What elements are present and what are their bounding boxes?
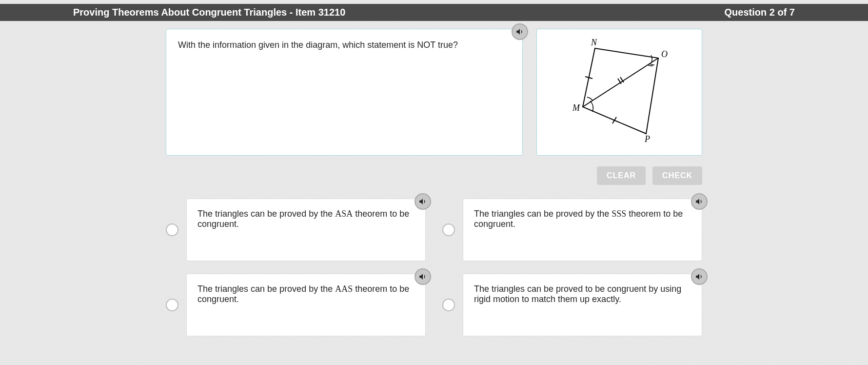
triangle-diagram: N O M P	[566, 39, 673, 146]
action-buttons: CLEAR CHECK	[166, 166, 702, 185]
vertex-M: M	[572, 103, 580, 113]
answer-card-b[interactable]: The triangles can be proved by the SSS t…	[463, 199, 702, 261]
page-title: Proving Theorems About Congruent Triangl…	[73, 7, 345, 18]
answer-card-a[interactable]: The triangles can be proved by the ASA t…	[186, 199, 426, 261]
speaker-icon	[515, 27, 524, 36]
svg-marker-0	[583, 48, 658, 134]
svg-line-3	[612, 117, 616, 123]
answer-text: The triangles can be proved by the ASA t…	[197, 209, 409, 229]
speaker-button-question[interactable]	[512, 23, 528, 40]
vertex-N: N	[591, 39, 597, 47]
answer-text: The triangles can be proved by the AAS t…	[197, 284, 409, 304]
vertex-O: O	[661, 49, 668, 59]
speaker-icon	[695, 272, 704, 281]
answer-option-a: The triangles can be proved by the ASA t…	[166, 199, 426, 261]
speaker-button-b[interactable]	[691, 193, 708, 210]
radio-b[interactable]	[442, 223, 455, 236]
check-button[interactable]: CHECK	[652, 166, 702, 185]
diagram-card: N O M P	[536, 29, 702, 156]
clear-button[interactable]: CLEAR	[597, 166, 646, 185]
speaker-button-a[interactable]	[414, 193, 431, 210]
radio-a[interactable]	[166, 223, 178, 236]
speaker-icon	[418, 197, 427, 206]
radio-d[interactable]	[442, 299, 455, 311]
question-card: With the information given in the diagra…	[166, 29, 523, 156]
radio-c[interactable]	[166, 299, 178, 311]
answer-text: The triangles can be proved to be congru…	[474, 284, 681, 304]
speaker-button-c[interactable]	[414, 268, 431, 285]
answer-text: The triangles can be proved by the SSS t…	[474, 209, 683, 229]
question-text: With the information given in the diagra…	[178, 40, 458, 50]
vertex-P: P	[644, 134, 650, 144]
answer-card-d[interactable]: The triangles can be proved to be congru…	[463, 274, 702, 336]
answer-card-c[interactable]: The triangles can be proved by the AAS t…	[186, 274, 426, 336]
header-bar: Proving Theorems About Congruent Triangl…	[0, 0, 868, 21]
speaker-icon	[418, 272, 427, 281]
speaker-icon	[695, 197, 704, 206]
answer-option-c: The triangles can be proved by the AAS t…	[166, 274, 426, 336]
answer-option-d: The triangles can be proved to be congru…	[442, 274, 702, 336]
speaker-button-d[interactable]	[691, 268, 708, 285]
question-progress: Question 2 of 7	[725, 7, 795, 18]
answer-grid: The triangles can be proved by the ASA t…	[166, 199, 702, 336]
answer-option-b: The triangles can be proved by the SSS t…	[442, 199, 702, 261]
